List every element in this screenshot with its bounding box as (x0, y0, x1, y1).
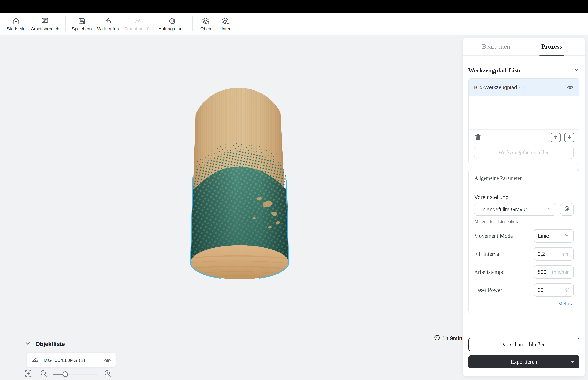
fit-to-screen-icon[interactable] (24, 369, 33, 379)
workspace-icon (41, 17, 50, 25)
param-row-movement-mode: Movement Mode Linie (474, 229, 574, 243)
create-toolpath-button[interactable]: Werkzeugpfad erstellen (474, 146, 574, 159)
tab-label: Prozess (541, 43, 562, 50)
gear-icon (168, 17, 177, 25)
save-button[interactable]: Speichern (69, 15, 95, 33)
app-window: Startseite Arbeitsbereich Speichern Wide… (0, 0, 588, 380)
chevron-down-icon (547, 206, 551, 213)
toolpath-list-item-selected[interactable]: Bild-Werkzeugpfad - 1 (469, 78, 579, 95)
toolbar-label: Arbeitsbereich (31, 26, 59, 31)
laser-power-input[interactable]: 30 % (533, 283, 574, 297)
main-toolbar: Startseite Arbeitsbereich Speichern Wide… (0, 13, 588, 35)
move-down-layer-button[interactable]: Unten (216, 15, 235, 33)
toolpath-list: Bild-Werkzeugpfad - 1 (468, 78, 580, 164)
toolbar-label: Speichern (72, 26, 92, 31)
general-parameters-card: Allgemeine Parameter Voreinstellung Lini… (468, 169, 580, 313)
tab-bearbeiten[interactable]: Bearbeiten (468, 38, 524, 56)
preset-label: Voreinstellung (474, 194, 574, 200)
toolpath-item-name: Bild-Werkzeugpfad - 1 (474, 84, 563, 90)
save-icon (77, 17, 86, 25)
toolpath-list-toolbar (469, 130, 579, 145)
object-file-name: IMG_0543.JPG (2) (42, 357, 100, 363)
laser-power-unit: % (565, 287, 570, 293)
arrow-up-icon (553, 134, 558, 141)
export-button[interactable]: Exportieren (468, 355, 580, 368)
zoom-slider[interactable] (53, 371, 98, 378)
preset-select[interactable]: Liniengefüllte Gravur (474, 203, 556, 216)
zoom-in-icon[interactable] (103, 369, 112, 379)
close-preview-button[interactable]: Vorschau schließen (468, 338, 580, 351)
param-label: Arbeitstempo (474, 268, 533, 275)
layers-up-icon (201, 17, 210, 25)
export-button-label: Exportieren (468, 358, 565, 365)
process-panel: Bearbeiten Prozess Werkzeugpfad-Liste Bi… (463, 38, 585, 376)
toolpath-section-header[interactable]: Werkzeugpfad-Liste (468, 67, 580, 74)
chevron-down-icon[interactable] (573, 67, 580, 74)
toolbar-label: Erneut ausfü... (124, 26, 153, 31)
parameters-card-title: Allgemeine Parameter (469, 170, 579, 188)
fill-interval-value: 0,2 (538, 251, 561, 257)
preset-selected-value: Liniengefüllte Gravur (478, 206, 547, 212)
object-list-item[interactable]: IMG_0543.JPG (2) (26, 352, 116, 367)
move-toolpath-down-button[interactable] (564, 133, 574, 142)
toolbar-label: Startseite (7, 26, 25, 31)
tab-prozess[interactable]: Prozess (524, 38, 580, 56)
window-title-bar (0, 0, 588, 13)
work-speed-input[interactable]: 800 mm/min (533, 265, 574, 279)
divider (463, 56, 585, 56)
param-row-arbeitstempo: Arbeitstempo 800 mm/min (474, 265, 574, 279)
toolbar-label: Oben (200, 26, 211, 31)
estimated-time-badge: 1h 9min (434, 335, 462, 342)
home-icon (12, 17, 20, 25)
undo-icon (104, 17, 113, 25)
delete-toolpath-button[interactable] (473, 132, 482, 143)
param-row-laser-power: Laser Power 30 % (474, 283, 574, 297)
more-parameters-link[interactable]: Mehr > (558, 301, 574, 307)
zoom-controls (24, 367, 119, 380)
object-list-header[interactable]: Objektliste (25, 341, 65, 348)
panel-tabs: Bearbeiten Prozess (468, 38, 580, 56)
toolbar-separator (192, 16, 192, 31)
move-up-layer-button[interactable]: Oben (196, 15, 216, 33)
job-setup-button[interactable]: Auftrag einri... (156, 15, 189, 33)
materials-note: Materialien: Lindenholz (474, 219, 574, 225)
preset-settings-button[interactable] (560, 203, 574, 216)
export-menu-toggle[interactable] (565, 361, 580, 363)
home-button[interactable]: Startseite (4, 15, 28, 33)
arrow-down-icon (567, 134, 572, 141)
clock-icon (434, 335, 440, 342)
trash-icon (474, 137, 482, 142)
movement-mode-value: Linie (538, 233, 564, 239)
zoom-out-icon[interactable] (39, 369, 48, 379)
toolbar-separator (65, 16, 66, 31)
chevron-down-icon (564, 233, 569, 239)
workspace-button[interactable]: Arbeitsbereich (28, 15, 62, 33)
chevron-down-icon[interactable] (25, 341, 31, 348)
redo-button[interactable]: Erneut ausfü... (121, 15, 156, 33)
layers-down-icon (221, 17, 230, 25)
visibility-eye-icon[interactable] (567, 83, 574, 91)
estimated-time-text: 1h 9min (442, 335, 462, 342)
move-toolpath-up-button[interactable] (550, 133, 561, 142)
tab-label: Bearbeiten (482, 43, 510, 50)
fill-interval-unit: mm (561, 251, 570, 257)
caret-down-icon (570, 361, 574, 363)
toolbar-label: Unten (220, 26, 231, 31)
param-row-fill-interval: Fill Interval 0,2 mm (474, 247, 574, 261)
object-list-title: Objektliste (35, 341, 65, 348)
movement-mode-select[interactable]: Linie (533, 229, 574, 243)
param-label: Fill Interval (474, 250, 533, 257)
visibility-eye-icon[interactable] (104, 356, 111, 363)
divider (463, 332, 585, 332)
toolbar-label: Widerrufen (97, 26, 119, 31)
redo-icon (134, 17, 143, 25)
toolpath-list-title: Werkzeugpfad-Liste (468, 67, 522, 74)
laser-power-value: 30 (538, 287, 565, 293)
work-speed-unit: mm/min (552, 269, 570, 275)
fill-interval-input[interactable]: 0,2 mm (533, 247, 574, 261)
param-label: Laser Power (474, 287, 533, 293)
toolbar-label: Auftrag einri... (158, 26, 186, 31)
zoom-slider-handle[interactable] (63, 372, 68, 377)
undo-button[interactable]: Widerrufen (95, 15, 121, 33)
image-icon (31, 356, 39, 364)
